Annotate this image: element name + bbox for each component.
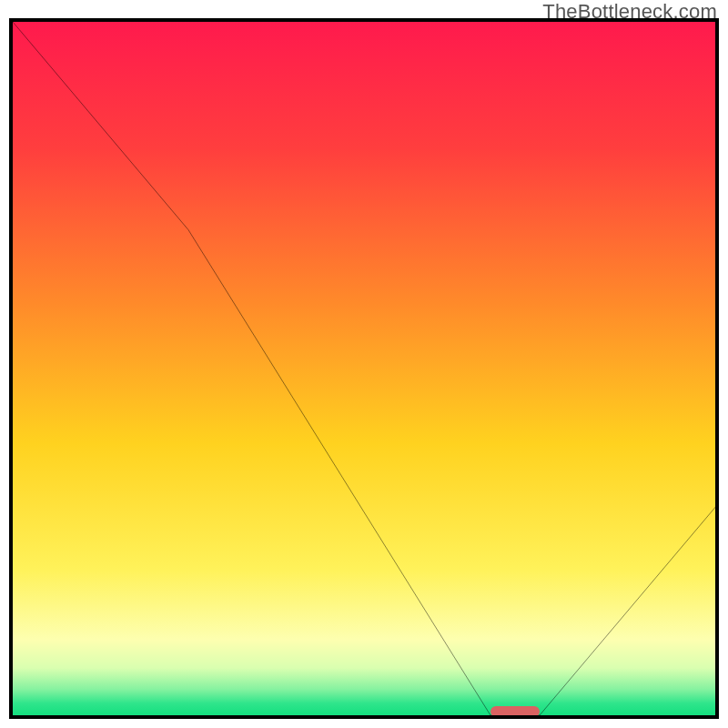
chart-curve — [13, 22, 715, 715]
optimum-marker — [490, 706, 540, 717]
chart-frame — [9, 18, 719, 719]
